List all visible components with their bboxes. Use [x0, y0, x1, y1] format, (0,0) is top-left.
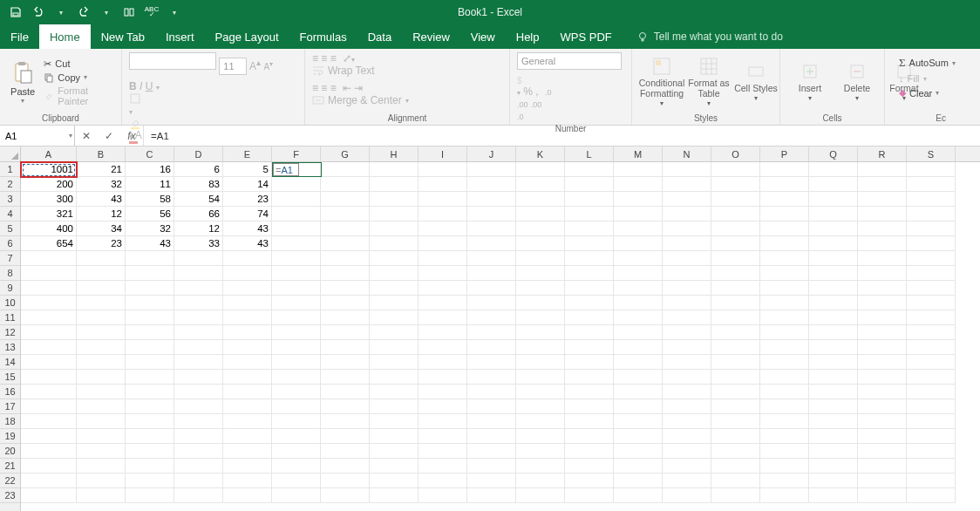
cell[interactable]: [223, 444, 272, 459]
cell[interactable]: [77, 310, 126, 325]
cell[interactable]: [711, 399, 760, 414]
cell[interactable]: [760, 325, 809, 340]
cell[interactable]: [565, 236, 614, 251]
cell[interactable]: [760, 296, 809, 310]
cell[interactable]: [516, 385, 565, 399]
cell[interactable]: [321, 370, 370, 385]
orientation-icon[interactable]: ⤢▾: [343, 52, 355, 65]
cell[interactable]: [711, 370, 760, 385]
cell[interactable]: [858, 251, 907, 266]
cell[interactable]: [223, 459, 272, 474]
cell[interactable]: [21, 296, 77, 310]
cell[interactable]: [516, 296, 565, 310]
cell[interactable]: [711, 488, 760, 503]
cell[interactable]: [467, 414, 516, 429]
row-header[interactable]: 12: [0, 325, 20, 340]
cell[interactable]: [858, 325, 907, 340]
cell[interactable]: [126, 310, 174, 325]
cell[interactable]: [321, 444, 370, 459]
cell[interactable]: [272, 310, 321, 325]
underline-button[interactable]: U ▾: [146, 80, 160, 92]
cell[interactable]: 400: [21, 221, 77, 236]
cell[interactable]: 6: [174, 162, 223, 177]
row-header[interactable]: 13: [0, 340, 20, 355]
cell[interactable]: [907, 370, 956, 385]
cell[interactable]: [174, 370, 223, 385]
cell[interactable]: [321, 236, 370, 251]
cell[interactable]: [174, 310, 223, 325]
cell[interactable]: [565, 340, 614, 355]
column-header[interactable]: N: [663, 146, 711, 161]
cell[interactable]: [370, 340, 419, 355]
cell[interactable]: [858, 310, 907, 325]
qat-customize-icon[interactable]: ▾: [167, 5, 181, 19]
cell[interactable]: [467, 310, 516, 325]
row-header[interactable]: 1: [0, 162, 20, 177]
format-painter-button[interactable]: Format Painter: [44, 85, 114, 106]
cell[interactable]: [809, 474, 858, 488]
cell[interactable]: [272, 221, 321, 236]
cell[interactable]: 58: [126, 192, 174, 207]
cell[interactable]: [467, 444, 516, 459]
cell[interactable]: [174, 474, 223, 488]
cell[interactable]: [370, 296, 419, 310]
cell[interactable]: [663, 385, 711, 399]
cell[interactable]: [663, 399, 711, 414]
cell[interactable]: [419, 310, 467, 325]
cell[interactable]: [907, 281, 956, 296]
cell[interactable]: [126, 370, 174, 385]
cell[interactable]: [809, 221, 858, 236]
cell[interactable]: [272, 251, 321, 266]
cell[interactable]: [760, 370, 809, 385]
cell[interactable]: [21, 340, 77, 355]
cell[interactable]: [565, 192, 614, 207]
cell[interactable]: [467, 355, 516, 370]
italic-button[interactable]: I: [140, 80, 142, 92]
cell[interactable]: [467, 474, 516, 488]
cell[interactable]: [126, 459, 174, 474]
column-headers[interactable]: ABCDEFGHIJKLMNOPQRS: [21, 146, 980, 162]
cell[interactable]: [614, 474, 663, 488]
cell[interactable]: [370, 414, 419, 429]
cell[interactable]: [467, 385, 516, 399]
increase-font-icon[interactable]: A▴: [249, 60, 261, 72]
cell[interactable]: 200: [21, 177, 77, 192]
cell[interactable]: 321: [21, 207, 77, 221]
cell[interactable]: [565, 474, 614, 488]
cell[interactable]: [370, 474, 419, 488]
cell[interactable]: [663, 251, 711, 266]
cell[interactable]: [663, 192, 711, 207]
row-header[interactable]: 20: [0, 444, 20, 459]
cell[interactable]: [663, 296, 711, 310]
cell[interactable]: [467, 281, 516, 296]
cell[interactable]: [760, 162, 809, 177]
cell[interactable]: [663, 340, 711, 355]
cell[interactable]: [516, 192, 565, 207]
column-header[interactable]: R: [858, 146, 907, 161]
cell[interactable]: [223, 414, 272, 429]
cell[interactable]: 43: [126, 236, 174, 251]
cell[interactable]: [370, 207, 419, 221]
cell[interactable]: [907, 207, 956, 221]
column-header[interactable]: C: [126, 146, 174, 161]
cell[interactable]: 5: [223, 162, 272, 177]
cell[interactable]: [223, 266, 272, 281]
cell[interactable]: [272, 355, 321, 370]
cell[interactable]: [223, 340, 272, 355]
cell[interactable]: [126, 296, 174, 310]
insert-cells-button[interactable]: Insert▾: [787, 61, 833, 103]
cell[interactable]: [419, 192, 467, 207]
cell[interactable]: [809, 251, 858, 266]
cell[interactable]: [77, 429, 126, 444]
cell[interactable]: [614, 444, 663, 459]
row-header[interactable]: 9: [0, 281, 20, 296]
cell[interactable]: [21, 474, 77, 488]
cell[interactable]: [760, 459, 809, 474]
cell[interactable]: [809, 325, 858, 340]
cell-area[interactable]: 1001211665200321183143004358542332112566…: [21, 162, 980, 511]
cell[interactable]: [126, 444, 174, 459]
cell[interactable]: [858, 207, 907, 221]
cell[interactable]: [174, 488, 223, 503]
cell[interactable]: [809, 429, 858, 444]
cell[interactable]: [663, 266, 711, 281]
